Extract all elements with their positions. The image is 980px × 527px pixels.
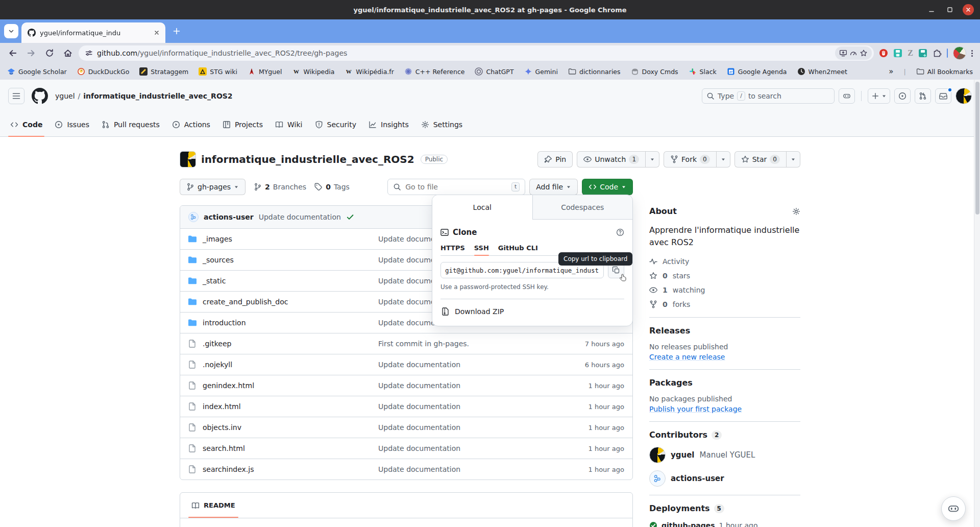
- copilot-button[interactable]: [839, 88, 855, 104]
- tab-readme[interactable]: README: [184, 493, 242, 518]
- fork-button[interactable]: Fork0: [664, 151, 717, 167]
- go-to-file-field[interactable]: [405, 183, 507, 191]
- branch-selector[interactable]: gh-pages: [180, 179, 246, 195]
- global-nav-menu-button[interactable]: [8, 88, 24, 104]
- watch-dropdown-button[interactable]: [646, 151, 659, 167]
- new-tab-button[interactable]: [169, 24, 184, 38]
- tab-code[interactable]: Code: [6, 112, 46, 136]
- tab-local[interactable]: Local: [432, 195, 532, 220]
- bookmark-item[interactable]: Google Scholar: [7, 67, 67, 76]
- close-icon[interactable]: [963, 4, 974, 15]
- bookmark-item[interactable]: MYguel: [248, 67, 282, 76]
- help-icon[interactable]: [616, 228, 624, 236]
- site-info-icon[interactable]: [85, 49, 93, 57]
- inbox-button[interactable]: [935, 88, 951, 104]
- pin-button[interactable]: Pin: [537, 151, 573, 167]
- browser-profile-avatar[interactable]: [953, 46, 966, 60]
- bookmark-item[interactable]: WWikipedia: [292, 67, 334, 76]
- go-to-file-input[interactable]: t: [387, 179, 525, 195]
- bookmark-star-icon[interactable]: [860, 49, 868, 57]
- unwatch-button[interactable]: Unwatch1: [577, 151, 646, 167]
- download-zip-button[interactable]: Download ZIP: [440, 299, 624, 318]
- address-bar[interactable]: github.com/yguel/informatique_industriel…: [79, 45, 874, 61]
- bookmark-item[interactable]: dictionnaries: [568, 67, 621, 76]
- user-avatar[interactable]: [955, 88, 972, 104]
- tab-issues[interactable]: Issues: [51, 112, 93, 136]
- fork-dropdown-button[interactable]: [717, 151, 730, 167]
- bookmark-item[interactable]: Doxy Cmds: [631, 67, 678, 76]
- contributors-heading[interactable]: Contributors2: [649, 430, 800, 440]
- issues-button[interactable]: [894, 88, 911, 104]
- table-row[interactable]: objects.inv Update documentation1 hour a…: [180, 417, 632, 438]
- extensions-puzzle-icon[interactable]: [933, 49, 942, 58]
- tags-stat[interactable]: 0Tags: [314, 183, 350, 191]
- bookmark-item[interactable]: C++ Reference: [404, 67, 465, 76]
- deployments-heading[interactable]: Deployments5: [649, 504, 800, 513]
- repo-title[interactable]: informatique_industrielle_avec_ROS2: [201, 153, 414, 165]
- tab-close-icon[interactable]: [152, 28, 161, 37]
- copilot-floating-button[interactable]: [941, 496, 966, 521]
- forward-button[interactable]: [23, 45, 39, 61]
- star-dropdown-button[interactable]: [787, 151, 800, 167]
- scrollbar-thumb[interactable]: [975, 82, 979, 214]
- bookmark-item[interactable]: When2meet: [797, 67, 847, 76]
- home-button[interactable]: [60, 45, 76, 61]
- maximize-icon[interactable]: [944, 4, 955, 15]
- breadcrumb-repo[interactable]: informatique_industrielle_avec_ROS2: [83, 92, 232, 100]
- save-plus-extension-icon[interactable]: [918, 49, 927, 58]
- table-row[interactable]: search.html Update documentation1 hour a…: [180, 438, 632, 459]
- adblock-extension-icon[interactable]: [879, 49, 888, 58]
- table-row[interactable]: .nojekyll Update documentation6 hours ag…: [180, 354, 632, 375]
- star-button[interactable]: Star0: [734, 151, 787, 167]
- releases-heading[interactable]: Releases: [649, 326, 800, 336]
- tab-search-button[interactable]: [4, 24, 18, 38]
- tab-settings[interactable]: Settings: [417, 112, 467, 136]
- stars-link[interactable]: 0stars: [649, 271, 800, 280]
- page-scrollbar[interactable]: [974, 80, 980, 527]
- branches-stat[interactable]: 2Branches: [254, 183, 306, 191]
- commit-message[interactable]: Update documentation: [259, 213, 341, 221]
- all-bookmarks-button[interactable]: All Bookmarks: [916, 67, 973, 76]
- bookmark-item[interactable]: 27Google Agenda: [727, 67, 787, 76]
- create-new-button[interactable]: [868, 88, 890, 104]
- activity-link[interactable]: Activity: [649, 257, 800, 266]
- github-logo[interactable]: [32, 88, 48, 104]
- back-button[interactable]: [5, 45, 20, 61]
- bookmarks-overflow-button[interactable]: »: [889, 67, 893, 76]
- tab-wiki[interactable]: Wiki: [271, 112, 306, 136]
- tab-https[interactable]: HTTPS: [440, 244, 465, 255]
- breadcrumb-owner[interactable]: yguel: [55, 92, 75, 100]
- create-release-link[interactable]: Create a new release: [649, 353, 800, 361]
- tab-codespaces[interactable]: Codespaces: [532, 195, 633, 220]
- reload-button[interactable]: [42, 45, 57, 61]
- add-file-button[interactable]: Add file: [529, 179, 578, 195]
- browser-menu-icon[interactable]: [971, 50, 973, 57]
- zotero-extension-icon[interactable]: Z: [908, 49, 913, 58]
- deployment-row[interactable]: github-pages 1 hour ago: [649, 521, 800, 527]
- avatar[interactable]: [649, 470, 666, 487]
- bookmark-item[interactable]: Slack: [689, 67, 717, 76]
- check-icon[interactable]: [346, 213, 354, 221]
- avatar[interactable]: [649, 447, 666, 463]
- tab-pull-requests[interactable]: Pull requests: [97, 112, 164, 136]
- code-button[interactable]: Code: [582, 179, 633, 195]
- bookmark-item[interactable]: Strataggem: [139, 67, 188, 76]
- browser-tab-active[interactable]: yguel/informatique_indu: [21, 22, 165, 43]
- bookmark-item[interactable]: STG wiki: [199, 67, 237, 76]
- table-row[interactable]: searchindex.js Update documentation1 hou…: [180, 459, 632, 480]
- bookmark-item[interactable]: Gemini: [524, 67, 558, 76]
- contributor-row[interactable]: actions-user: [649, 470, 800, 487]
- forks-link[interactable]: 0forks: [649, 300, 800, 309]
- performance-icon[interactable]: [849, 49, 857, 57]
- tab-projects[interactable]: Projects: [218, 112, 267, 136]
- table-row[interactable]: index.html Update documentation1 hour ag…: [180, 396, 632, 417]
- commit-author-avatar[interactable]: [188, 212, 199, 222]
- tab-actions[interactable]: Actions: [168, 112, 214, 136]
- packages-heading[interactable]: Packages: [649, 378, 800, 388]
- tab-security[interactable]: Security: [311, 112, 361, 136]
- tab-ssh[interactable]: SSH: [474, 244, 489, 255]
- table-row[interactable]: .gitkeep First commit in gh-pages.7 hour…: [180, 333, 632, 354]
- bookmark-item[interactable]: WWikipédia.fr: [345, 67, 394, 76]
- bookmark-item[interactable]: DuckDuckGo: [77, 67, 130, 76]
- save-extension-icon[interactable]: [893, 49, 902, 58]
